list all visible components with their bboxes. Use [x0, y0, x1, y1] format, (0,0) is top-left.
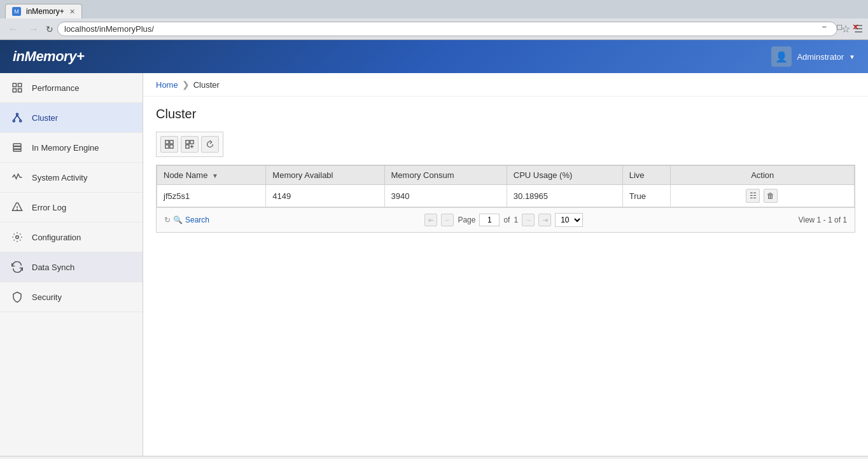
data-synch-icon: [10, 260, 24, 274]
in-memory-engine-icon: [10, 140, 24, 154]
action-details-button[interactable]: ☷: [746, 189, 760, 203]
sidebar-item-security[interactable]: Security: [0, 282, 143, 312]
cluster-table: Node Name ▼ Memory Availabl Memory Consu…: [157, 165, 855, 207]
svg-point-4: [17, 113, 18, 115]
app-logo: inMemory+: [13, 48, 84, 65]
sidebar-item-configuration[interactable]: Configuration: [0, 223, 143, 252]
view-count-label: View 1 - 1 of 1: [798, 216, 847, 224]
page-title: Cluster: [156, 107, 855, 121]
col-action-label: Action: [751, 170, 774, 180]
svg-rect-1: [18, 83, 22, 86]
admin-label: Adminstrator: [797, 52, 844, 62]
back-button[interactable]: ←: [5, 22, 22, 36]
sidebar-item-performance-label: Performance: [32, 83, 79, 93]
svg-rect-0: [13, 83, 16, 86]
last-page-button[interactable]: ⇥: [538, 214, 551, 226]
col-header-node-name[interactable]: Node Name ▼: [157, 166, 266, 185]
browser-tab[interactable]: M inMemory+ ✕: [5, 4, 82, 18]
search-area: ↻ 🔍 Search: [164, 216, 209, 224]
col-header-live: Live: [622, 166, 671, 185]
tab-favicon: M: [12, 7, 21, 16]
sidebar-item-data-synch-label: Data Synch: [32, 263, 74, 272]
col-memory-available-label: Memory Availabl: [272, 170, 333, 180]
sidebar-item-error-log[interactable]: Error Log: [0, 193, 143, 223]
svg-rect-2: [13, 89, 16, 92]
url-text: localhost/inMemoryPlus/: [64, 24, 154, 34]
prev-page-button[interactable]: ←: [441, 214, 454, 226]
forward-button[interactable]: →: [25, 22, 42, 36]
col-header-action: Action: [671, 166, 855, 185]
svg-rect-17: [165, 145, 169, 148]
tab-close-icon[interactable]: ✕: [69, 8, 75, 16]
col-header-memory-consumed: Memory Consum: [384, 166, 507, 185]
refresh-small-icon: ↻: [164, 216, 171, 224]
security-icon: [10, 290, 24, 304]
svg-line-8: [17, 115, 20, 120]
next-page-button[interactable]: →: [522, 214, 535, 226]
performance-icon: [10, 81, 24, 95]
page-size-select[interactable]: 10 25 50: [555, 213, 583, 227]
sidebar-item-error-log-label: Error Log: [32, 203, 66, 212]
error-log-icon: [10, 200, 24, 214]
toolbar-add-button[interactable]: [160, 136, 178, 153]
svg-point-6: [20, 120, 22, 122]
sidebar-item-performance[interactable]: Performance: [0, 73, 143, 103]
header-right: 👤 Adminstrator ▼: [771, 46, 855, 67]
svg-rect-18: [170, 145, 173, 148]
breadcrumb-separator: ❯: [182, 79, 190, 90]
sidebar-item-cluster-label: Cluster: [32, 113, 58, 123]
cluster-icon: [10, 111, 24, 125]
user-avatar-icon: 👤: [771, 46, 792, 67]
col-header-memory-available: Memory Availabl: [266, 166, 384, 185]
col-cpu-usage-label: CPU Usage (%): [514, 170, 572, 180]
sidebar-item-configuration-label: Configuration: [32, 233, 81, 242]
svg-rect-3: [18, 89, 22, 92]
sidebar-item-security-label: Security: [32, 292, 62, 302]
sidebar-item-system-activity[interactable]: System Activity: [0, 163, 143, 193]
svg-point-13: [17, 209, 18, 210]
status-bar: javascript:void(0): [0, 456, 868, 459]
breadcrumb-home[interactable]: Home: [156, 80, 178, 90]
svg-point-14: [16, 236, 19, 239]
page-content: Cluster: [143, 97, 868, 243]
close-button[interactable]: ✕: [848, 21, 863, 33]
action-delete-button[interactable]: 🗑: [764, 189, 778, 203]
svg-line-7: [14, 115, 17, 120]
svg-rect-9: [13, 144, 21, 146]
app-header: inMemory+ 👤 Adminstrator ▼: [0, 40, 868, 73]
toolbar-refresh-button[interactable]: [201, 136, 219, 153]
svg-rect-11: [13, 149, 21, 151]
search-small-icon: 🔍: [173, 216, 183, 224]
cell-cpu-usage: 30.18965: [507, 185, 622, 207]
system-activity-icon: [10, 170, 24, 184]
svg-point-5: [13, 120, 15, 122]
col-memory-consumed-label: Memory Consum: [391, 170, 454, 180]
cell-memory-consumed: 3940: [384, 185, 507, 207]
cell-action: ☷ 🗑: [671, 185, 855, 207]
of-label: of: [503, 216, 510, 224]
page-number-input[interactable]: [479, 214, 500, 226]
sidebar-item-cluster[interactable]: Cluster: [0, 103, 143, 133]
toolbar-connect-button[interactable]: [181, 136, 199, 153]
sort-icon: ▼: [212, 172, 218, 179]
refresh-button[interactable]: ↻: [46, 24, 53, 34]
col-live-label: Live: [629, 170, 645, 180]
search-label[interactable]: Search: [185, 216, 209, 224]
svg-rect-19: [186, 140, 189, 144]
svg-rect-15: [165, 140, 169, 144]
maximize-button[interactable]: □: [833, 21, 846, 33]
svg-rect-21: [186, 145, 189, 148]
svg-rect-10: [13, 147, 21, 149]
table-container: Node Name ▼ Memory Availabl Memory Consu…: [156, 165, 855, 233]
admin-dropdown-icon[interactable]: ▼: [849, 53, 855, 60]
svg-rect-16: [170, 140, 173, 144]
sidebar-item-in-memory-engine[interactable]: In Memory Engine: [0, 133, 143, 163]
tab-title: inMemory+: [26, 7, 64, 16]
sidebar-item-data-synch[interactable]: Data Synch Data Synch: [0, 252, 143, 282]
address-bar[interactable]: localhost/inMemoryPlus/: [57, 22, 837, 36]
minimize-button[interactable]: −: [818, 21, 831, 33]
pagination-bar: ↻ 🔍 Search ⇤ ← Page of 1 → ⇥ 1: [157, 207, 855, 232]
first-page-button[interactable]: ⇤: [424, 214, 437, 226]
cell-live: True: [622, 185, 671, 207]
configuration-icon: [10, 230, 24, 244]
